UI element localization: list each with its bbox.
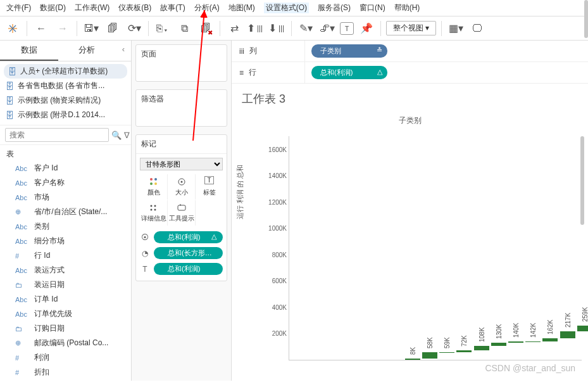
svg-point-12 [154, 205, 156, 207]
bar[interactable] [542, 338, 558, 341]
field-name: 类别 [34, 221, 49, 232]
field-row[interactable]: Abc装运方式 [0, 263, 131, 277]
field-row[interactable]: Abc市场 [0, 190, 131, 205]
menu-item[interactable]: 文件(F) [6, 3, 31, 13]
refresh-icon[interactable]: ⟳▾ [125, 20, 143, 37]
duplicate-icon[interactable]: ⧉ [175, 20, 193, 37]
pin-icon[interactable]: 📌 [358, 20, 375, 37]
search-icon[interactable]: 🔍 [111, 131, 122, 140]
menu-item[interactable]: 分析(A) [194, 3, 220, 13]
tab-data[interactable]: 数据 [0, 41, 58, 61]
mark-color[interactable]: 颜色 [140, 174, 167, 200]
mark-detail[interactable]: 详细信息 [140, 200, 167, 226]
chart-area: 运行 利润 的 总和 200K400K600K800K1000K1200K140… [263, 126, 582, 367]
mark-label[interactable]: T标签 [196, 174, 223, 200]
sheet-title[interactable]: 工作表 3 [232, 84, 588, 109]
field-row[interactable]: ⊕邮政编码 (Postal Co... [0, 336, 131, 350]
label-icon[interactable]: T [340, 22, 354, 35]
bar[interactable] [422, 352, 437, 359]
field-row[interactable]: ⊕省/市/自治区 (State/... [0, 205, 131, 219]
menu-item[interactable]: 仪表板(B) [118, 3, 151, 13]
fit-selector[interactable]: 整个视图 ▾ [386, 21, 436, 35]
new-sheet-icon[interactable]: ⎘▾ [154, 20, 172, 37]
bar[interactable] [560, 331, 575, 338]
field-row[interactable]: 🗀订购日期 [0, 321, 131, 336]
pill-menu-icon[interactable]: ≛ [377, 46, 382, 54]
bar[interactable] [577, 326, 588, 331]
field-row[interactable]: 🗀装运日期 [0, 277, 131, 292]
filter-icon[interactable]: ∇ [124, 131, 130, 140]
shelves-pane: 页面 筛选器 标记 甘特条形图 颜色大小T标签 详细信息工具提示 ⦿总和(利润)… [132, 41, 232, 381]
bar[interactable] [456, 350, 472, 352]
swap-icon[interactable]: ⇄ [225, 20, 243, 37]
svg-point-13 [150, 209, 152, 211]
field-name: 省/市/自治区 (State/... [34, 207, 107, 217]
rows-pill[interactable]: 总和(利润)△ [311, 66, 387, 79]
pages-card[interactable]: 页面 [135, 44, 227, 82]
redo-icon[interactable]: → [54, 20, 72, 37]
mark-pill[interactable]: 总和(利润)△ [154, 231, 223, 243]
menu-item[interactable]: 工作表(W) [75, 3, 109, 13]
menu-item[interactable]: 窗口(N) [360, 3, 385, 13]
plot-area[interactable]: 200K400K600K800K1000K1200K1400K1600K8K58… [289, 136, 582, 360]
pill-menu-icon[interactable]: △ [377, 68, 382, 76]
bar-label: 259K [582, 307, 588, 322]
menu-item[interactable]: 数据(D) [40, 3, 66, 13]
field-name: 客户 Id [34, 163, 58, 174]
sort-asc-icon[interactable]: ⬆⫼ [247, 20, 265, 37]
field-row[interactable]: Abc细分市场 [0, 234, 131, 248]
svg-point-14 [154, 209, 156, 211]
showme-icon[interactable]: ▦▾ [447, 20, 465, 37]
rows-shelf[interactable]: ≡行 总和(利润)△ [232, 62, 588, 84]
columns-pill[interactable]: 子类别≛ [311, 44, 387, 58]
highlight-icon[interactable]: ✎▾ [297, 20, 315, 37]
menu-item[interactable]: 服务器(S) [318, 3, 351, 13]
mark-pill[interactable]: 总和(长方形高... [154, 247, 223, 259]
mark-size[interactable]: 大小 [168, 174, 195, 200]
bar[interactable] [508, 341, 523, 343]
bar[interactable] [405, 359, 420, 360]
field-row[interactable]: Abc客户名称 [0, 175, 131, 190]
mark-tooltip[interactable]: 工具提示 [168, 200, 195, 226]
field-row[interactable]: #数量 [0, 379, 131, 381]
datasource-label: 各省售电数据 (各省市售... [18, 80, 104, 91]
svg-point-8 [154, 182, 157, 185]
present-icon[interactable]: 🖵 [468, 20, 486, 37]
mark-pill[interactable]: 总和(利润) [154, 263, 223, 275]
datasource-item[interactable]: 🗄示例数据 (附录D.1 2014... [0, 108, 131, 122]
datasource-item[interactable]: 🗄各省售电数据 (各省市售... [0, 79, 131, 93]
filters-card[interactable]: 筛选器 [135, 89, 227, 127]
bar[interactable] [491, 343, 506, 346]
field-row[interactable]: Abc订单 Id [0, 292, 131, 307]
field-row[interactable]: Abc订单优先级 [0, 307, 131, 321]
y-tick-label: 800K [264, 251, 287, 258]
menu-item[interactable]: 故事(T) [160, 3, 185, 13]
undo-icon[interactable]: ← [32, 20, 50, 37]
field-row[interactable]: Abc类别 [0, 219, 131, 234]
tab-analysis[interactable]: 分析 [58, 41, 116, 61]
chart-scrollbar[interactable] [580, 136, 584, 225]
new-ds-icon[interactable]: 🗐 [104, 20, 122, 37]
group-icon[interactable]: 🖇▾ [318, 20, 336, 37]
field-name: 邮政编码 (Postal Co... [34, 338, 108, 348]
bar[interactable] [474, 346, 489, 350]
field-row[interactable]: #利润 [0, 350, 131, 365]
datasource-item[interactable]: 🗄示例数据 (物资采购情况) [0, 93, 131, 108]
field-row[interactable]: #折扣 [0, 365, 131, 379]
clear-sheet-icon[interactable]: 🗐✖ [197, 20, 215, 37]
menu-item[interactable]: 帮助(H) [394, 3, 420, 13]
mark-type-select[interactable]: 甘特条形图 [140, 158, 223, 170]
field-row[interactable]: Abc客户 Id [0, 161, 131, 175]
tableau-logo-icon[interactable] [4, 20, 22, 37]
field-row[interactable]: #行 Id [0, 248, 131, 263]
menu-item[interactable]: 地图(M) [228, 3, 255, 13]
bar-label: 217K [565, 313, 572, 328]
bar-label: 108K [479, 327, 485, 341]
save-icon[interactable]: 🖫▾ [82, 20, 100, 37]
menu-item[interactable]: 设置格式(O) [264, 3, 309, 13]
datasource-item[interactable]: 🗄人员+ (全球超市订单数据) [4, 64, 127, 79]
sort-desc-icon[interactable]: ⬇⫼ [268, 20, 286, 37]
collapse-pane-icon[interactable]: ‹ [116, 41, 131, 61]
search-input[interactable] [5, 128, 109, 142]
columns-shelf[interactable]: iii列 子类别≛ [232, 41, 588, 62]
